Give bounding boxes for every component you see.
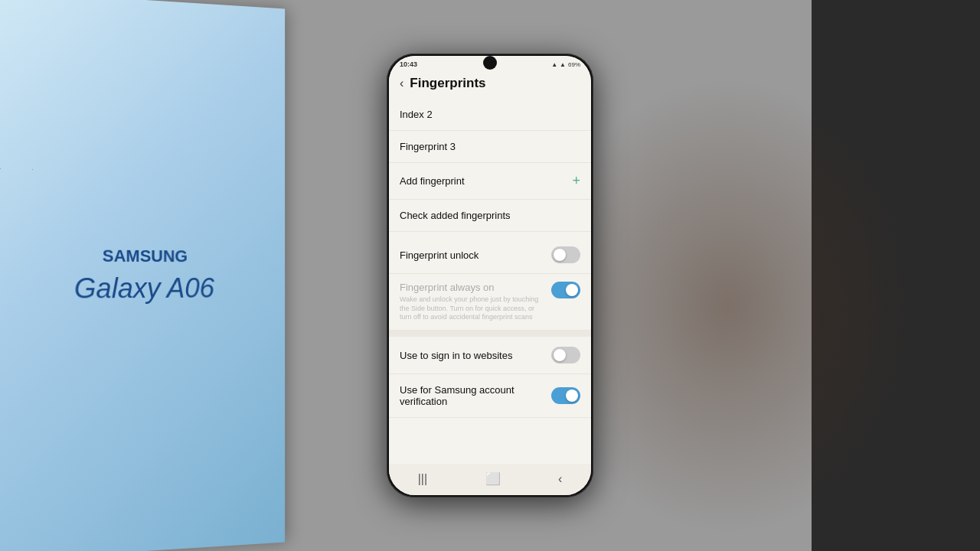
list-item-always-on[interactable]: Fingerprint always on Wake and unlock yo… xyxy=(389,274,591,331)
index2-label: Index 2 xyxy=(400,109,433,120)
samsung-model: Galaxy A06 xyxy=(74,272,214,305)
add-icon: + xyxy=(572,173,580,189)
dark-background-right xyxy=(812,0,980,551)
back-button[interactable]: ‹ xyxy=(400,77,403,90)
section-divider xyxy=(389,331,591,337)
list-item-check-fingerprints[interactable]: Check added fingerprints xyxy=(389,200,591,232)
samsung-brand: SAMSUNG xyxy=(103,246,188,266)
list-item-add-fingerprint[interactable]: Add fingerprint + xyxy=(389,163,591,200)
phone-notch xyxy=(483,56,497,70)
nav-back-button[interactable]: ‹ xyxy=(558,472,562,486)
always-on-toggle[interactable] xyxy=(551,282,580,298)
always-on-text-block: Fingerprint always on Wake and unlock yo… xyxy=(400,282,545,322)
sign-in-websites-toggle[interactable] xyxy=(551,347,580,364)
samsung-product-box: SAMSUNG Galaxy A06 xyxy=(0,0,285,551)
list-item-index2[interactable]: Index 2 xyxy=(389,99,591,131)
always-on-toggle-knob xyxy=(566,284,578,296)
page-title: Fingerprints xyxy=(410,76,485,91)
phone-body: 10:43 ▲ ▲ 69% ‹ Fingerprints Index 2 xyxy=(387,54,593,497)
toggle-knob xyxy=(554,249,566,261)
status-time: 10:43 xyxy=(400,60,417,68)
recent-apps-button[interactable]: ||| xyxy=(418,472,427,486)
samsung-account-toggle-knob xyxy=(566,390,578,402)
phone-screen: 10:43 ▲ ▲ 69% ‹ Fingerprints Index 2 xyxy=(389,56,591,495)
list-item-fingerprint-unlock[interactable]: Fingerprint unlock xyxy=(389,236,591,274)
fingerprint-unlock-label: Fingerprint unlock xyxy=(400,249,479,261)
fingerprint-unlock-toggle[interactable] xyxy=(551,246,580,263)
check-fingerprints-label: Check added fingerprints xyxy=(400,210,511,221)
settings-content: Index 2 Fingerprint 3 Add fingerprint + … xyxy=(389,99,591,464)
fingerprint3-label: Fingerprint 3 xyxy=(400,141,456,152)
navigation-bar: ||| ⬜ ‹ xyxy=(389,464,591,495)
phone: 10:43 ▲ ▲ 69% ‹ Fingerprints Index 2 xyxy=(387,54,593,497)
status-icons: ▲ ▲ 69% xyxy=(551,61,580,68)
sign-in-toggle-knob xyxy=(554,349,566,361)
page-header: ‹ Fingerprints xyxy=(389,70,591,99)
always-on-title: Fingerprint always on xyxy=(400,282,545,293)
home-button[interactable]: ⬜ xyxy=(485,471,501,486)
battery-level: 69% xyxy=(568,61,580,68)
sign-in-websites-label: Use to sign in to websites xyxy=(400,350,512,361)
list-item-sign-in-websites[interactable]: Use to sign in to websites xyxy=(389,337,591,374)
samsung-account-label: Use for Samsung account verification xyxy=(400,384,551,407)
signal-icon: ▲ xyxy=(551,61,557,68)
samsung-account-toggle[interactable] xyxy=(551,387,580,404)
add-fingerprint-label: Add fingerprint xyxy=(400,175,465,187)
wifi-icon: ▲ xyxy=(560,61,566,68)
always-on-description: Wake and unlock your phone just by touch… xyxy=(400,295,545,322)
list-item-fingerprint3[interactable]: Fingerprint 3 xyxy=(389,131,591,163)
list-item-samsung-account[interactable]: Use for Samsung account verification xyxy=(389,374,591,418)
